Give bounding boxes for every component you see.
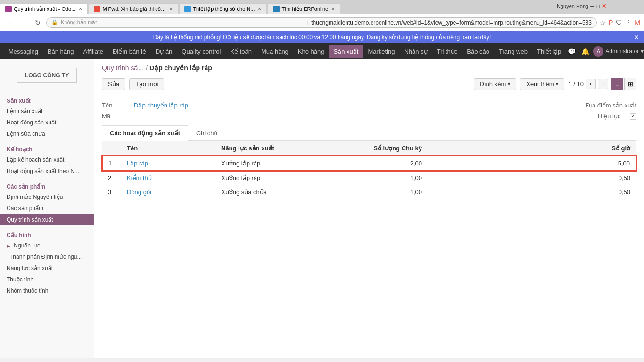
attach-button[interactable]: Đính kèm ▾ — [474, 78, 517, 90]
tab-4[interactable]: Tìm hiểu ERPonline ✕ — [268, 3, 340, 14]
avatar: A — [593, 46, 603, 57]
nav-affiliate[interactable]: Affiliate — [79, 45, 108, 58]
view-toggle: ≡ ⊞ — [611, 78, 636, 90]
forward-button[interactable]: → — [18, 17, 29, 28]
url-text: thuongmaidientu.demo.erponline.vn/web#id… — [311, 19, 592, 26]
notification-close[interactable]: ✕ — [634, 33, 639, 41]
sidebar-item-dinhmuc[interactable]: Định mức Nguyên liệu — [0, 191, 94, 203]
extensions-icon[interactable]: ⋮ — [625, 19, 632, 26]
sidebar-item-lenhsuachua[interactable]: Lệnh sửa chữa — [0, 128, 94, 140]
tab-close-3[interactable]: ✕ — [257, 6, 262, 12]
tab-close-4[interactable]: ✕ — [331, 6, 335, 12]
tab-3[interactable]: Thiết lập thông số cho N... ✕ — [179, 3, 267, 14]
form-row-1: Tên Dập chuyền lắp ráp Địa điểm sản xuất — [102, 102, 636, 109]
tabs-container: Quy trình sản xuất - Odo... ✕ M Fwd: Xin… — [0, 0, 644, 14]
sidebar-item-quytrinh[interactable]: Quy trình sản xuất — [0, 214, 94, 225]
top-nav-right: 💬 🔔 A Administrator ▾ — [566, 46, 644, 57]
close-btn[interactable]: ✕ — [602, 3, 606, 9]
row1-seq: 1 — [102, 156, 121, 171]
sidebar-item-hoatdongsanxuat[interactable]: Hoạt động sản xuất — [0, 117, 94, 128]
hieuluc-checkbox[interactable]: ✓ — [630, 113, 636, 120]
breadcrumb-current: Dập chuyền lắp ráp — [149, 64, 212, 72]
admin-area[interactable]: A Administrator ▾ — [593, 46, 644, 57]
sidebar-item-nhomthuoctinh[interactable]: Nhóm thuộc tính — [0, 285, 94, 296]
nav-messaging[interactable]: Messaging — [4, 45, 43, 58]
gmail-icon[interactable]: M — [635, 19, 640, 26]
breadcrumb-parent[interactable]: Quy trình sả... — [102, 64, 144, 72]
nav-trangweb[interactable]: Trang web — [494, 45, 532, 58]
sidebar-item-thanhphan[interactable]: Thành phần Định mức ngu... — [0, 251, 94, 263]
sidebar-item-cacsanpham[interactable]: Các sản phẩm — [0, 203, 94, 214]
ten-label: Tên — [102, 102, 130, 109]
table-container: Tên Năng lực sản xuất Số lượng Chu kỳ Số… — [102, 141, 636, 199]
star-icon[interactable]: ☆ — [600, 19, 606, 26]
shield-icon[interactable]: 🛡 — [616, 19, 622, 26]
address-bar: ← → ↻ 🔒 Không bảo mật | thuongmaidientu.… — [0, 14, 644, 31]
notification-bar: Đây là hệ thống mô phỏng! Dữ liệu sẽ đượ… — [0, 31, 644, 43]
row2-ten: Kiểm thử — [121, 171, 215, 185]
pager-text: 1 / 10 — [568, 81, 584, 88]
more-button[interactable]: Xem thêm ▾ — [520, 78, 564, 90]
edit-button[interactable]: Sửa — [102, 78, 125, 90]
nav-thietlap[interactable]: Thiết lập — [532, 45, 566, 58]
nav-marketing[interactable]: Marketing — [363, 45, 399, 58]
row3-seq: 3 — [102, 185, 121, 199]
tab-ghichu[interactable]: Ghi chú — [188, 125, 225, 140]
row3-soluong: 1,00 — [333, 185, 428, 199]
back-button[interactable]: ← — [4, 17, 15, 28]
nav-banhang[interactable]: Bán hàng — [43, 45, 79, 58]
diadiem-label: Địa điểm sản xuất — [586, 102, 636, 109]
tab-close-2[interactable]: ✕ — [169, 6, 173, 12]
sidebar-item-lenhsanxuat[interactable]: Lệnh sản xuất — [0, 106, 94, 117]
attach-dropdown-icon: ▾ — [508, 82, 510, 87]
url-bar[interactable]: 🔒 Không bảo mật | thuongmaidientu.demo.e… — [46, 17, 597, 28]
maximize-btn[interactable]: □ — [596, 3, 600, 9]
nav-sanxuat[interactable]: Sản xuất — [329, 45, 363, 58]
table-row-2[interactable]: 2 Kiểm thử Xưởng lắp ráp 1,00 0,50 — [102, 171, 636, 185]
grid-view-btn[interactable]: ⊞ — [624, 78, 636, 90]
sidebar-item-thuoctinh[interactable]: Thuộc tính — [0, 274, 94, 285]
tab-label-2: M Fwd: Xin báo giá thi côn... — [102, 6, 166, 12]
row1-nangluc: Xưởng lắp ráp — [215, 156, 333, 171]
sidebar-item-lapkehoach[interactable]: Lập kế hoạch sản xuất — [0, 154, 94, 165]
pager-next[interactable]: › — [598, 79, 608, 89]
section-title-cauhinh: Cấu hình — [0, 229, 94, 240]
tab-1[interactable]: Quy trình sản xuất - Odo... ✕ — [0, 3, 88, 14]
nav-nhansu[interactable]: Nhân sự — [399, 45, 432, 58]
sidebar-item-nangluc[interactable]: Năng lực sản xuất — [0, 263, 94, 274]
tab-label-4: Tìm hiểu ERPonline — [281, 6, 328, 12]
chat-icon[interactable]: 💬 — [566, 46, 578, 57]
nav-duan[interactable]: Dự án — [151, 45, 177, 58]
row2-nangluc: Xưởng lắp ráp — [215, 171, 333, 185]
nav-muahang[interactable]: Mua hàng — [256, 45, 293, 58]
minimize-btn[interactable]: ─ — [590, 3, 594, 9]
pinterest-icon[interactable]: P — [609, 19, 613, 26]
tab-2[interactable]: M Fwd: Xin báo giá thi côn... ✕ — [89, 3, 178, 14]
hieuluc-label: Hiệu lực — [598, 113, 626, 120]
nav-trithuc[interactable]: Tri thức — [432, 45, 462, 58]
nav-diemlere[interactable]: Điểm bán lẻ — [108, 45, 151, 58]
nav-baocao[interactable]: Báo cáo — [462, 45, 494, 58]
sidebar-item-nguonluc[interactable]: ▶ Nguồn lực — [0, 240, 94, 251]
operations-table: Tên Năng lực sản xuất Số lượng Chu kỳ Số… — [102, 141, 636, 199]
nav-ketoan[interactable]: Kế toán — [225, 45, 256, 58]
toolbar: Sửa Tạo mới Đính kèm ▾ Xem thêm ▾ 1 / 10… — [94, 74, 644, 94]
sidebar-item-hoatdongtheo[interactable]: Hoạt động sản xuất theo N... — [0, 165, 94, 177]
table-row-1[interactable]: 1 Lắp ráp Xưởng lắp ráp 2,00 5,00 — [102, 156, 636, 171]
new-button[interactable]: Tạo mới — [129, 78, 165, 90]
pager: 1 / 10 ‹ › — [568, 79, 608, 89]
tab-favicon-2 — [94, 6, 100, 12]
reload-button[interactable]: ↻ — [32, 17, 43, 28]
nav-quality[interactable]: Quality control — [177, 45, 225, 58]
row2-sogio: 0,50 — [428, 171, 636, 185]
tab-hoatdong[interactable]: Các hoạt động sản xuất — [102, 125, 188, 141]
pager-prev[interactable]: ‹ — [586, 79, 596, 89]
tab-close-1[interactable]: ✕ — [78, 6, 83, 12]
nav-khohang[interactable]: Kho hàng — [293, 45, 329, 58]
tab-label-1: Quy trình sản xuất - Odo... — [14, 6, 75, 12]
row3-nangluc: Xưởng sửa chữa — [215, 185, 333, 199]
list-view-btn[interactable]: ≡ — [611, 78, 623, 90]
bell-icon[interactable]: 🔔 — [579, 46, 591, 57]
th-soluong: Số lượng Chu kỳ — [333, 141, 428, 156]
table-row-3[interactable]: 3 Đóng gói Xưởng sửa chữa 1,00 0,50 — [102, 185, 636, 199]
